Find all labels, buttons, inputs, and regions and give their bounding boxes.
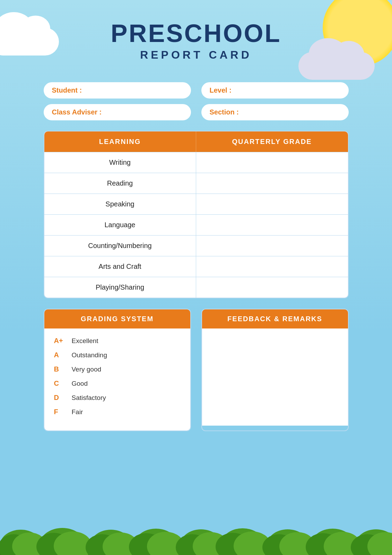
grade-item: F Fair (54, 408, 181, 416)
grade-description: Fair (72, 408, 83, 416)
grade-cell[interactable] (196, 173, 348, 194)
subject-cell: Speaking (44, 194, 196, 214)
subject-cell: Writing (44, 152, 196, 173)
adviser-label: Class Adviser : (52, 108, 102, 116)
grade-letter: A+ (54, 337, 66, 345)
grade-letter: F (54, 408, 66, 416)
grading-block: GRADING SYSTEM A+ Excellent A Outstandin… (44, 309, 191, 431)
subject-cell: Counting/Numbering (44, 236, 196, 256)
table-header: LEARNING QUARTERLY GRADE (44, 131, 348, 152)
grade-letter: C (54, 379, 66, 387)
grade-cell[interactable] (196, 236, 348, 256)
table-body: Writing Reading Speaking Language Counti… (44, 152, 348, 298)
grade-description: Outstanding (72, 351, 107, 359)
adviser-field[interactable]: Class Adviser : (44, 104, 191, 120)
grade-cell[interactable] (196, 194, 348, 214)
table-row: Counting/Numbering (44, 235, 348, 256)
grade-letter: B (54, 365, 66, 373)
grade-letter: A (54, 351, 66, 359)
grading-header: GRADING SYSTEM (44, 309, 190, 328)
grade-cell[interactable] (196, 277, 348, 298)
table-row: Reading (44, 173, 348, 194)
student-label: Student : (52, 86, 82, 94)
bottom-section: GRADING SYSTEM A+ Excellent A Outstandin… (44, 309, 349, 431)
table-row: Arts and Craft (44, 256, 348, 277)
subject-cell: Language (44, 215, 196, 235)
student-field[interactable]: Student : (44, 82, 191, 99)
level-field[interactable]: Level : (201, 82, 349, 99)
grade-description: Good (72, 380, 88, 387)
section-field[interactable]: Section : (201, 104, 349, 120)
subject-cell: Arts and Craft (44, 256, 196, 277)
sub-title: REPORT CARD (44, 49, 349, 61)
grade-letter: D (54, 394, 66, 402)
form-section: Student : Level : Class Adviser : Sectio… (44, 82, 349, 120)
grade-description: Satisfactory (72, 394, 106, 402)
main-title: PRESCHOOL (44, 21, 349, 46)
grade-item: A Outstanding (54, 351, 181, 359)
subject-cell: Reading (44, 173, 196, 194)
remarks-block: FEEDBACK & REMARKS (201, 309, 349, 431)
remarks-header: FEEDBACK & REMARKS (202, 309, 348, 328)
table-row: Language (44, 214, 348, 235)
header-section: PRESCHOOL REPORT CARD (44, 10, 349, 68)
remarks-body[interactable] (202, 328, 348, 426)
learning-table: LEARNING QUARTERLY GRADE Writing Reading… (44, 131, 349, 298)
grade-description: Very good (72, 366, 102, 373)
table-row: Playing/Sharing (44, 277, 348, 298)
grade-description: Excellent (72, 337, 98, 345)
grade-item: C Good (54, 379, 181, 387)
grade-item: B Very good (54, 365, 181, 373)
grade-item: A+ Excellent (54, 337, 181, 345)
table-row: Writing (44, 152, 348, 173)
grade-cell[interactable] (196, 215, 348, 235)
main-content: PRESCHOOL REPORT CARD Student : Level : … (23, 0, 369, 442)
col-learning-header: LEARNING (44, 131, 196, 152)
grade-item: D Satisfactory (54, 394, 181, 402)
grading-body: A+ Excellent A Outstanding B Very good C… (44, 328, 190, 430)
grade-cell[interactable] (196, 256, 348, 277)
col-grade-header: QUARTERLY GRADE (196, 131, 348, 152)
level-label: Level : (210, 86, 232, 94)
section-label: Section : (210, 108, 239, 116)
bushes-decoration (0, 517, 392, 555)
bushes-svg (0, 517, 392, 555)
subject-cell: Playing/Sharing (44, 277, 196, 298)
table-row: Speaking (44, 194, 348, 214)
grade-cell[interactable] (196, 152, 348, 173)
